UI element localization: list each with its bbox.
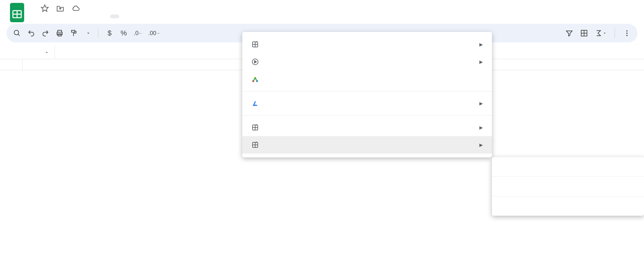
chevron-right-icon: ▶ xyxy=(479,42,483,47)
apps-script-icon xyxy=(251,75,260,83)
menu-item-apps-script[interactable] xyxy=(242,71,492,88)
cloud-status-icon[interactable] xyxy=(72,4,80,13)
appsheet-icon xyxy=(251,99,260,108)
svg-marker-4 xyxy=(41,5,48,12)
chevron-right-icon: ▶ xyxy=(479,101,483,106)
name-box[interactable] xyxy=(0,46,55,59)
chevron-right-icon: ▶ xyxy=(479,125,483,130)
addon-icon xyxy=(251,40,260,49)
addon-icon xyxy=(251,123,260,132)
menu-view[interactable] xyxy=(52,14,61,18)
menu-help[interactable] xyxy=(122,14,131,18)
print-icon[interactable] xyxy=(55,29,64,37)
menu-item-macros[interactable]: ▶ xyxy=(242,53,492,71)
functions-icon[interactable] xyxy=(595,29,607,37)
menu-tools[interactable] xyxy=(99,14,108,18)
zoom-select[interactable] xyxy=(84,31,91,36)
menu-item-appsheet[interactable]: ▶ xyxy=(242,95,492,112)
svg-point-14 xyxy=(626,30,628,32)
submenu-item-launch[interactable] xyxy=(492,157,644,177)
more-icon[interactable] xyxy=(623,29,631,37)
chevron-right-icon: ▶ xyxy=(479,142,483,147)
coefficient-submenu xyxy=(492,157,644,216)
increase-decimal-icon[interactable]: .00→ xyxy=(148,29,160,37)
svg-rect-10 xyxy=(72,30,75,32)
document-header xyxy=(0,0,644,23)
menu-data[interactable] xyxy=(87,14,96,18)
sheets-logo-icon[interactable] xyxy=(9,3,25,23)
menu-item-castodia[interactable]: ▶ xyxy=(242,119,492,136)
borders-icon[interactable] xyxy=(580,29,588,37)
svg-point-5 xyxy=(14,30,19,35)
submenu-item-help[interactable] xyxy=(492,196,644,216)
move-to-folder-icon[interactable] xyxy=(56,4,64,13)
star-icon[interactable] xyxy=(41,4,49,13)
paint-format-icon[interactable] xyxy=(70,29,78,37)
menu-insert[interactable] xyxy=(64,14,73,18)
undo-icon[interactable] xyxy=(27,29,35,37)
menu-separator xyxy=(242,115,492,116)
svg-point-15 xyxy=(626,33,628,34)
menu-item-coefficient[interactable]: ▶ xyxy=(242,136,492,154)
svg-marker-23 xyxy=(255,61,256,63)
currency-format-icon[interactable]: $ xyxy=(105,29,114,37)
menu-edit[interactable] xyxy=(41,14,50,18)
percent-format-icon[interactable]: % xyxy=(120,29,128,37)
redo-icon[interactable] xyxy=(41,29,50,37)
menu-item-addons[interactable]: ▶ xyxy=(242,36,492,53)
svg-point-16 xyxy=(626,35,628,36)
menu-file[interactable] xyxy=(29,14,38,18)
menu-extensions[interactable] xyxy=(110,14,119,18)
menu-separator xyxy=(242,91,492,91)
filter-icon[interactable] xyxy=(565,29,573,37)
menu-bar xyxy=(29,14,131,21)
select-all-corner[interactable] xyxy=(0,59,23,70)
addon-icon xyxy=(251,141,260,149)
search-icon[interactable] xyxy=(13,29,21,37)
document-title[interactable] xyxy=(31,8,35,9)
chevron-right-icon: ▶ xyxy=(479,59,483,64)
decrease-decimal-icon[interactable]: .0← xyxy=(134,29,142,37)
play-circle-icon xyxy=(251,58,260,66)
submenu-item-chat[interactable] xyxy=(492,177,644,196)
menu-format[interactable] xyxy=(75,14,84,18)
extensions-menu: ▶ ▶ ▶ ▶ ▶ xyxy=(242,32,492,157)
svg-line-6 xyxy=(18,34,20,36)
